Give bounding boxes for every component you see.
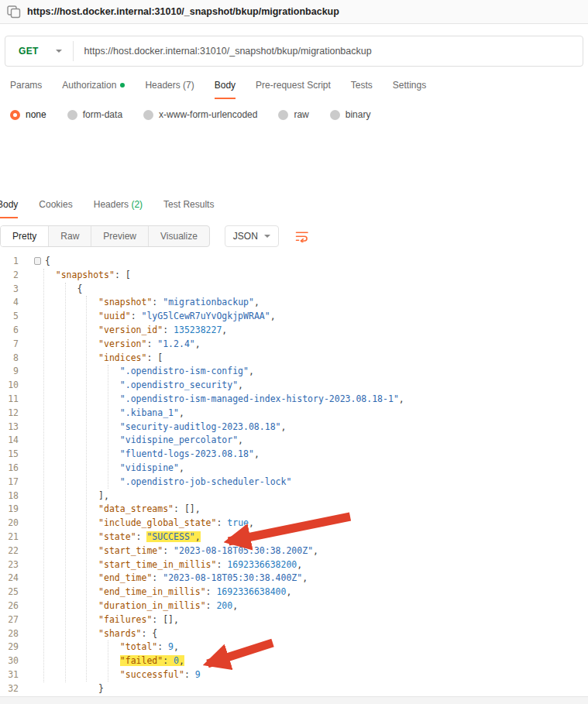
view-preview[interactable]: Preview [91, 226, 149, 246]
code-line: 22 "start_time": "2023-08-18T05:30:38.20… [0, 544, 588, 558]
body-type-label: form-data [83, 109, 122, 120]
tab-label: Cookies [39, 199, 72, 210]
request-tab-settings[interactable]: Settings [393, 71, 426, 99]
line-number: 22 [0, 544, 28, 558]
tab-label: Headers [94, 199, 129, 210]
tab-label: Test Results [163, 199, 214, 210]
view-raw[interactable]: Raw [49, 226, 91, 246]
code-line: 27 "failures": [], [0, 613, 588, 627]
radio-icon[interactable] [67, 110, 77, 120]
code-line: 23 "start_time_in_millis": 1692336638200… [0, 558, 588, 572]
line-number: 1 [0, 255, 28, 269]
body-type-label: binary [346, 109, 371, 120]
code-settings-icon[interactable] [34, 257, 41, 265]
tab-count: (2) [129, 199, 143, 210]
code-line: 28 "shards": { [0, 627, 588, 641]
request-tabs: ParamsAuthorizationHeaders (7)BodyPre-re… [0, 71, 588, 99]
response-tab-headers[interactable]: Headers (2) [94, 191, 143, 218]
wrap-text-icon[interactable] [295, 231, 309, 242]
code-line: 11 ".opendistro-ism-managed-index-histor… [0, 393, 588, 407]
request-tab-params[interactable]: Params [10, 71, 42, 99]
line-number: 11 [0, 393, 28, 407]
line-number: 28 [0, 627, 28, 641]
format-label: JSON [233, 231, 258, 242]
tab-label: Tests [351, 80, 373, 91]
tab-label: Settings [393, 80, 426, 91]
code-line: 24 "end_time": "2023-08-18T05:30:38.400Z… [0, 572, 588, 586]
code-line: 30 "failed": 0, [0, 654, 588, 668]
request-tab-body[interactable]: Body [215, 71, 236, 99]
line-number: 10 [0, 379, 28, 393]
code-line: 32 } [0, 682, 588, 696]
code-line: 25 "end_time_in_millis": 1692336638400, [0, 586, 588, 599]
response-tab-cookies[interactable]: Cookies [39, 191, 72, 218]
body-type-form-data[interactable]: form-data [67, 109, 122, 120]
line-number: 26 [0, 599, 28, 613]
line-number: 14 [0, 434, 28, 448]
code-line: 2 "snapshots": [ [0, 269, 588, 283]
body-type-label: x-www-form-urlencoded [159, 109, 257, 120]
body-type-raw[interactable]: raw [278, 109, 308, 120]
code-line: 4 "snapshot": "migrationbackup", [0, 296, 588, 310]
request-tab-headers-7[interactable]: Headers (7) [145, 71, 194, 99]
response-tab-test-results[interactable]: Test Results [163, 191, 214, 218]
code-line: 15 "fluentd-logs-2023.08.18", [0, 448, 588, 462]
code-line: 3 { [0, 283, 588, 297]
format-dropdown[interactable]: JSON [225, 225, 279, 247]
line-number: 5 [0, 310, 28, 324]
url-bar: GET https://host.docker.internal:31010/_… [5, 36, 583, 67]
view-pretty[interactable]: Pretty [1, 226, 49, 246]
request-title: https://host.docker.internal:31010/_snap… [27, 6, 339, 17]
line-number: 20 [0, 517, 28, 531]
chevron-down-icon [56, 50, 62, 53]
code-line: 5 "uuid": "lyG5lCewR7uYvOgkjpWRAA", [0, 310, 588, 324]
body-type-none[interactable]: none [10, 109, 46, 120]
line-number: 16 [0, 462, 28, 476]
code-line: 18 ], [0, 489, 588, 503]
authorized-dot-icon [120, 83, 125, 88]
tab-label: Body [0, 199, 18, 210]
method-selector[interactable]: GET [5, 46, 73, 57]
radio-icon[interactable] [10, 110, 20, 120]
tab-label: Authorization [62, 80, 116, 91]
code-line: 16 "vidispine", [0, 462, 588, 476]
radio-icon[interactable] [330, 110, 340, 120]
line-number: 13 [0, 421, 28, 434]
line-number: 23 [0, 558, 28, 572]
horizontal-scrollbar[interactable] [0, 696, 588, 704]
line-number: 27 [0, 613, 28, 627]
request-tab-authorization[interactable]: Authorization [62, 71, 125, 99]
line-number: 29 [0, 640, 28, 654]
request-tab-tests[interactable]: Tests [351, 71, 373, 99]
line-number: 12 [0, 407, 28, 421]
radio-icon[interactable] [143, 110, 153, 120]
body-type-options: noneform-datax-www-form-urlencodedrawbin… [0, 99, 588, 120]
line-number: 9 [0, 365, 28, 379]
code-line: 8 "indices": [ [0, 352, 588, 366]
request-tab-pre-request-script[interactable]: Pre-request Script [256, 71, 331, 99]
body-type-label: raw [294, 109, 308, 120]
line-number: 8 [0, 352, 28, 366]
code-line: 20 "include_global_state": true, [0, 517, 588, 531]
line-number: 3 [0, 283, 28, 297]
code-line: 31 "successful": 9 [0, 668, 588, 682]
body-type-label: none [26, 109, 46, 120]
code-line: 29 "total": 9, [0, 640, 588, 654]
line-number: 4 [0, 296, 28, 310]
line-number: 21 [0, 531, 28, 544]
response-tab-body[interactable]: Body [0, 191, 18, 218]
url-input[interactable]: https://host.docker.internal:31010/_snap… [74, 46, 372, 57]
view-segments: PrettyRawPreviewVisualize [0, 225, 210, 247]
line-number: 17 [0, 476, 28, 489]
http-request-icon [7, 5, 21, 19]
body-type-binary[interactable]: binary [330, 109, 371, 120]
response-tabs: BodyCookiesHeaders (2)Test Results [0, 191, 588, 218]
radio-icon[interactable] [278, 110, 288, 120]
body-type-x-www-form-urlencoded[interactable]: x-www-form-urlencoded [143, 109, 257, 120]
method-label: GET [19, 46, 39, 57]
line-number: 2 [0, 269, 28, 283]
line-number: 19 [0, 503, 28, 517]
line-number: 31 [0, 668, 28, 682]
line-number: 30 [0, 654, 28, 668]
view-visualize[interactable]: Visualize [149, 226, 209, 246]
